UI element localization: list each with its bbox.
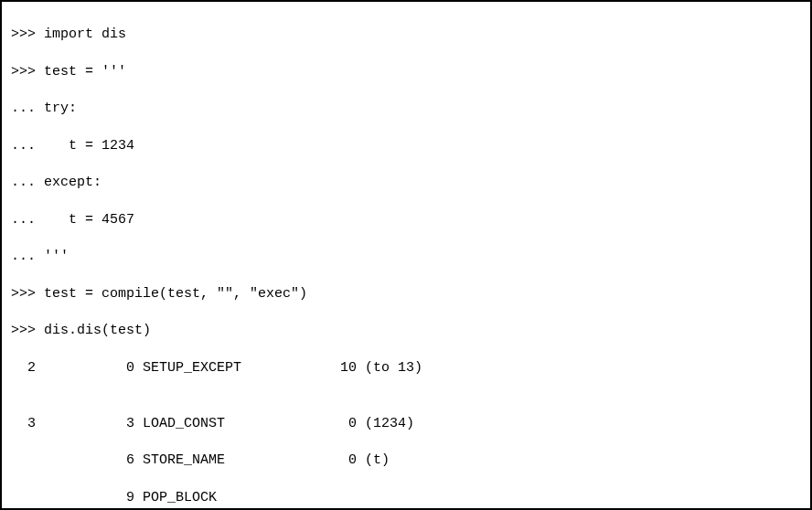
repl-line: ... t = 1234: [11, 137, 801, 155]
repl-line: ... except:: [11, 174, 801, 192]
repl-line: ... ''': [11, 248, 801, 266]
dis-output-line: 3 3 LOAD_CONST 0 (1234): [11, 415, 801, 433]
dis-output-line: 2 0 SETUP_EXCEPT 10 (to 13): [11, 359, 801, 377]
repl-line: ... t = 4567: [11, 211, 801, 229]
repl-line: >>> dis.dis(test): [11, 322, 801, 340]
repl-line: >>> test = compile(test, "", "exec"): [11, 285, 801, 303]
dis-output-line: 6 STORE_NAME 0 (t): [11, 452, 801, 470]
repl-line: >>> import dis: [11, 26, 801, 44]
repl-line: ... try:: [11, 100, 801, 118]
repl-line: >>> test = ''': [11, 63, 801, 81]
python-repl-terminal[interactable]: >>> import dis >>> test = ''' ... try: .…: [0, 0, 812, 510]
dis-output-line: 9 POP_BLOCK: [11, 489, 801, 507]
